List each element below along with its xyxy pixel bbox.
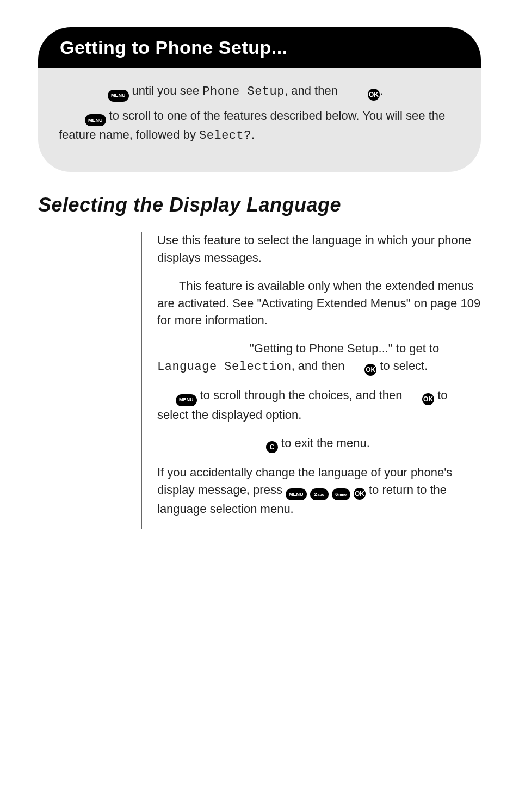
grey-line1-pre: until you see	[129, 84, 203, 97]
select-lcd: Select?	[199, 129, 251, 142]
grey-line1-post: .	[380, 84, 383, 97]
step3-post: to exit the menu.	[278, 436, 370, 450]
content-body: Use this feature to select the language …	[142, 232, 481, 529]
key-2-icon: 2abc	[310, 488, 329, 500]
section-heading-text: Selecting the Display Language	[38, 194, 341, 216]
key-6-icon: 6mno	[332, 488, 350, 500]
phone-setup-lcd: Phone Setup	[202, 85, 285, 98]
lang-sel-lcd: Language Selection	[157, 360, 292, 374]
ok-icon: OK	[364, 364, 376, 376]
banner: Getting to Phone Setup...	[38, 27, 481, 68]
menu-icon: MENU	[85, 114, 106, 126]
grey-panel: MENU until you see Phone Setup, and then…	[38, 68, 481, 172]
grey-line1-mid: , and then	[285, 84, 341, 97]
step1-pre: "Getting to Phone Setup..." to get to	[250, 342, 439, 355]
step-3: C to exit the menu.	[157, 435, 481, 453]
grey-line2-post: .	[251, 128, 255, 141]
ok-icon: OK	[368, 89, 380, 101]
section-heading: Selecting the Display Language	[38, 194, 481, 216]
page: Getting to Phone Setup... MENU until you…	[0, 0, 519, 812]
para-1: Use this feature to select the language …	[157, 232, 481, 266]
para-2-text: This feature is available only when the …	[157, 279, 480, 327]
ok-icon: OK	[422, 393, 434, 405]
grey-line-1: MENU until you see Phone Setup, and then…	[59, 82, 460, 102]
ok-icon: OK	[354, 488, 366, 500]
menu-icon: MENU	[176, 394, 197, 406]
menu-icon: MENU	[286, 488, 307, 500]
step2-pre: to scroll through the choices, and then	[197, 388, 406, 402]
grey-line-2: MENU to scroll to one of the features de…	[59, 107, 460, 145]
step-2: MENU to scroll through the choices, and …	[157, 387, 481, 423]
content: Use this feature to select the language …	[38, 232, 481, 529]
para-2: This feature is available only when the …	[157, 277, 481, 330]
step1-mid: , and then	[292, 359, 348, 373]
menu-icon: MENU	[108, 90, 129, 102]
c-icon: C	[266, 441, 278, 453]
step-1: "Getting to Phone Setup..." to get to La…	[157, 340, 481, 376]
step1-post: to select.	[376, 359, 428, 373]
banner-title: Getting to Phone Setup...	[60, 37, 288, 58]
para-3: If you accidentally change the language …	[157, 464, 481, 518]
